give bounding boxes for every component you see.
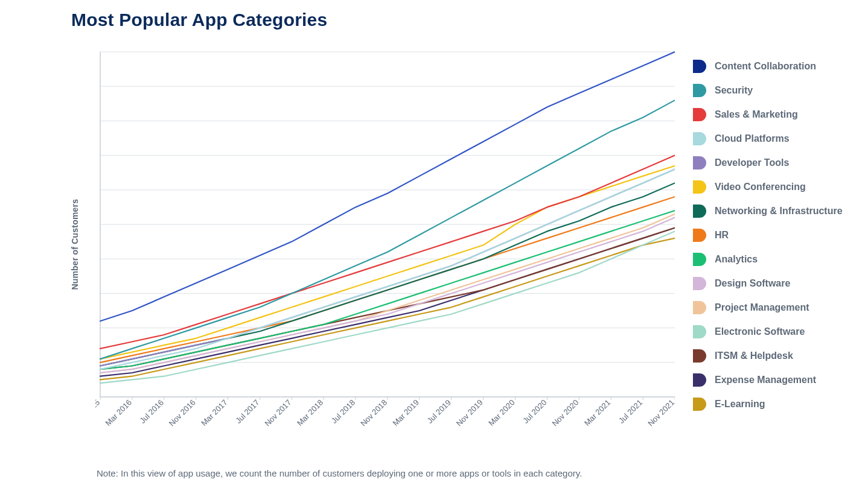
y-axis-label: Number of Customers [70, 199, 80, 290]
x-tick-label: Nov 2019 [455, 398, 485, 428]
x-tick-label: Jul 2019 [426, 398, 453, 425]
legend-label: Design Software [715, 278, 790, 289]
legend-label: Developer Tools [715, 157, 789, 168]
legend-label: ITSM & Helpdesk [715, 350, 793, 361]
legend-item: Content Collaboration [693, 54, 843, 78]
legend-item: Analytics [693, 247, 843, 271]
chart-note: Note: In this view of app usage, we coun… [97, 468, 582, 478]
x-tick-label: Jul 2021 [617, 398, 644, 425]
legend-label: HR [715, 230, 729, 241]
legend-swatch [693, 156, 706, 170]
x-tick-label: Nov 2015 [95, 398, 101, 428]
legend-label: Cloud Platforms [715, 133, 790, 144]
legend-swatch [693, 108, 706, 121]
legend-label: E-Learning [715, 399, 765, 410]
chart-area: Number of Customers Nov 2015Mar 2016Jul … [71, 48, 675, 446]
legend-swatch [693, 277, 706, 290]
legend-swatch [693, 229, 706, 242]
x-tick-label: Mar 2020 [487, 398, 516, 428]
legend-item: Video Conferencing [693, 175, 843, 199]
legend-label: Project Management [715, 302, 809, 313]
x-tick-label: Jul 2020 [521, 398, 548, 425]
x-tick-label: Nov 2017 [263, 398, 293, 428]
legend-item: E-Learning [693, 392, 843, 416]
x-tick-label: Mar 2021 [582, 398, 612, 428]
legend-label: Sales & Marketing [715, 109, 798, 120]
x-tick-label: Jul 2017 [234, 398, 261, 425]
x-tick-label: Mar 2016 [104, 398, 133, 428]
legend-label: Expense Management [715, 375, 816, 385]
legend-item: Cloud Platforms [693, 127, 843, 151]
legend-label: Electronic Software [715, 326, 805, 337]
legend-label: Analytics [715, 254, 758, 265]
legend-item: Security [693, 78, 843, 103]
x-tick-label: Nov 2018 [359, 398, 389, 428]
legend-swatch [693, 398, 706, 411]
legend-label: Security [715, 85, 753, 96]
legend-item: Sales & Marketing [693, 103, 843, 127]
x-tick-label: Mar 2017 [199, 398, 229, 428]
x-tick-label: Jul 2018 [330, 398, 357, 425]
legend-item: Project Management [693, 296, 843, 320]
x-tick-label: Mar 2019 [391, 398, 421, 428]
page-title: Most Popular App Categories [71, 10, 868, 30]
legend-item: Electronic Software [693, 320, 843, 344]
legend-item: ITSM & Helpdesk [693, 344, 843, 368]
legend-swatch [693, 84, 706, 97]
legend-item: Developer Tools [693, 151, 843, 175]
x-tick-label: Nov 2021 [646, 398, 675, 428]
legend-swatch [693, 60, 706, 73]
x-tick-label: Nov 2020 [550, 398, 580, 428]
legend-item: Expense Management [693, 368, 843, 392]
legend-item: HR [693, 223, 843, 247]
legend-item: Networking & Infrastructure [693, 199, 843, 223]
legend-item: Design Software [693, 271, 843, 296]
legend-label: Content Collaboration [715, 61, 816, 72]
legend-swatch [693, 204, 706, 218]
x-tick-label: Nov 2016 [167, 398, 197, 428]
legend-label: Video Conferencing [715, 182, 806, 192]
legend-swatch [693, 373, 706, 387]
x-tick-label: Mar 2018 [295, 398, 325, 428]
x-tick-label: Jul 2016 [138, 398, 165, 425]
legend-swatch [693, 325, 706, 338]
legend-swatch [693, 180, 706, 194]
legend-swatch [693, 132, 706, 145]
legend: Content CollaborationSecuritySales & Mar… [693, 48, 843, 416]
legend-label: Networking & Infrastructure [715, 206, 843, 217]
legend-swatch [693, 301, 706, 314]
legend-swatch [693, 253, 706, 266]
line-chart: Nov 2015Mar 2016Jul 2016Nov 2016Mar 2017… [95, 48, 675, 446]
legend-swatch [693, 349, 706, 363]
